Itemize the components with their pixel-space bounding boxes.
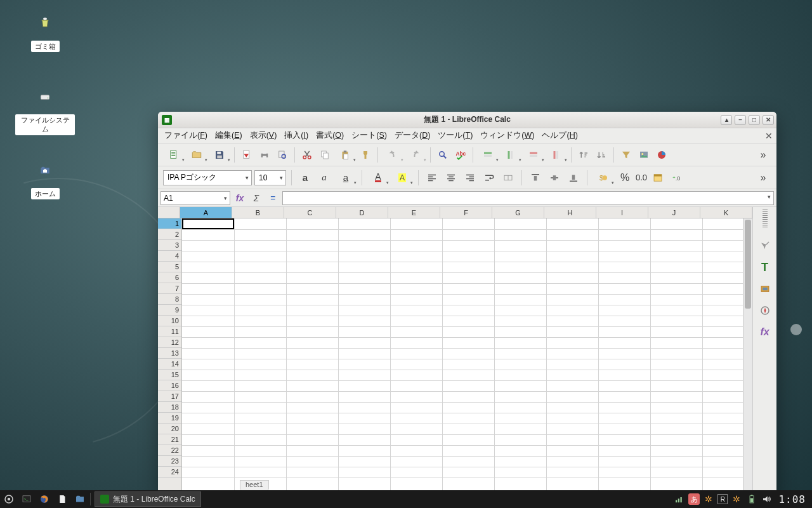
row-header[interactable]: 14 (158, 359, 181, 370)
align-center-button[interactable] (443, 170, 459, 186)
redo-button[interactable] (405, 147, 426, 163)
open-button[interactable] (186, 147, 207, 163)
gallery-icon[interactable] (758, 282, 772, 296)
toolbar2-overflow-button[interactable]: » (755, 170, 771, 186)
network-icon[interactable] (673, 493, 686, 505)
equals-button[interactable]: = (266, 191, 280, 205)
maximize-button[interactable]: □ (749, 115, 760, 125)
menu-view[interactable]: 表示(V) (250, 130, 277, 141)
row-header[interactable]: 23 (158, 456, 181, 467)
row-header[interactable]: 21 (158, 434, 181, 445)
name-box[interactable]: A1 (160, 191, 230, 205)
currency-button[interactable]: $ (593, 170, 614, 186)
merge-cells-button[interactable] (500, 170, 516, 186)
chart-button[interactable] (653, 147, 670, 163)
properties-icon[interactable] (758, 239, 772, 253)
font-name-combo[interactable]: IPA Pゴシック (163, 170, 252, 185)
firefox-launcher[interactable] (36, 490, 53, 508)
row-header[interactable]: 16 (158, 380, 181, 391)
sort-asc-button[interactable] (575, 147, 592, 163)
settings-tray-icon-2[interactable]: ✲ (730, 493, 743, 505)
insert-row-button[interactable] (477, 147, 499, 163)
column-header[interactable]: D (336, 207, 388, 218)
column-header[interactable]: C (284, 207, 336, 218)
minimize-button[interactable]: – (735, 115, 746, 125)
menu-tools[interactable]: ツール(T) (438, 130, 473, 141)
styles-icon[interactable]: T (758, 260, 772, 274)
titlebar[interactable]: ▦ 無題 1 - LibreOffice Calc ▴ – □ ✕ (158, 112, 776, 128)
row-header[interactable]: 11 (158, 326, 181, 337)
delete-row-button[interactable] (523, 147, 544, 163)
sidebar-handle[interactable] (763, 210, 768, 229)
column-header[interactable]: A (180, 207, 232, 218)
app-menu-button[interactable] (0, 490, 18, 508)
menu-window[interactable]: ウィンドウ(W) (480, 130, 534, 141)
function-wizard-button[interactable]: fx (233, 191, 247, 205)
menu-help[interactable]: ヘルプ(H) (542, 130, 577, 141)
undo-button[interactable] (382, 147, 403, 163)
row-header[interactable]: 13 (158, 348, 181, 359)
taskbar-task-calc[interactable]: 無題 1 - LibreOffice Calc (95, 491, 201, 507)
paste-button[interactable] (334, 147, 356, 163)
add-decimal-button[interactable]: +.0 (669, 170, 685, 186)
insert-column-button[interactable] (500, 147, 521, 163)
column-header[interactable]: F (440, 207, 492, 218)
battery-icon[interactable] (745, 493, 758, 505)
menu-format[interactable]: 書式(O) (316, 130, 344, 141)
close-document-button[interactable]: ✕ (765, 131, 773, 141)
close-button[interactable]: ✕ (763, 115, 774, 125)
column-header[interactable]: E (388, 207, 440, 218)
column-header[interactable]: G (492, 207, 544, 218)
wrap-text-button[interactable] (481, 170, 497, 186)
row-header[interactable]: 3 (158, 240, 181, 251)
functions-icon[interactable]: fx (758, 325, 772, 339)
export-pdf-button[interactable] (239, 147, 255, 163)
print-button[interactable] (256, 147, 273, 163)
align-left-button[interactable] (424, 170, 440, 186)
highlight-color-button[interactable]: A (391, 170, 413, 186)
menu-sheet[interactable]: シート(S) (351, 130, 387, 141)
ime-icon[interactable]: あ (688, 493, 700, 505)
row-header[interactable]: 20 (158, 424, 181, 434)
spellcheck-button[interactable]: Abc (452, 147, 469, 163)
font-size-combo[interactable]: 10 (254, 170, 286, 185)
italic-button[interactable]: a (316, 170, 332, 186)
sheet-tab[interactable]: heet1 (240, 480, 269, 490)
row-header[interactable]: 9 (158, 305, 181, 316)
file-manager-launcher[interactable] (71, 490, 89, 508)
row-header[interactable]: 22 (158, 445, 181, 456)
align-top-button[interactable] (527, 170, 544, 186)
row-header[interactable]: 18 (158, 402, 181, 413)
row-header[interactable]: 6 (158, 272, 181, 283)
menu-data[interactable]: データ(D) (395, 130, 430, 141)
row-header[interactable]: 7 (158, 283, 181, 294)
row-header[interactable]: 1 (158, 218, 181, 229)
row-header[interactable]: 19 (158, 413, 181, 424)
files-launcher[interactable] (53, 490, 71, 508)
find-replace-button[interactable] (435, 147, 451, 163)
menu-insert[interactable]: 挿入(I) (284, 130, 308, 141)
underline-button[interactable]: a (335, 170, 357, 186)
terminal-launcher[interactable]: >_ (18, 490, 36, 508)
align-right-button[interactable] (462, 170, 478, 186)
desktop-home[interactable]: ホーム (15, 155, 75, 199)
bold-button[interactable]: a (297, 170, 313, 186)
percent-button[interactable]: % (617, 170, 633, 186)
copy-button[interactable] (317, 147, 333, 163)
row-header[interactable]: 15 (158, 370, 181, 380)
settings-tray-icon[interactable]: ✲ (702, 493, 715, 505)
navigator-icon[interactable] (758, 304, 772, 318)
row-header[interactable]: 17 (158, 391, 181, 402)
column-header[interactable]: K (700, 207, 752, 218)
column-header[interactable]: I (596, 207, 648, 218)
toolbar-overflow-button[interactable]: » (755, 147, 771, 163)
sort-desc-button[interactable] (593, 147, 610, 163)
select-all-corner[interactable] (158, 207, 180, 218)
print-preview-button[interactable] (274, 147, 291, 163)
date-button[interactable] (650, 170, 666, 186)
image-button[interactable] (636, 147, 652, 163)
clone-formatting-button[interactable] (357, 147, 374, 163)
ime-mode-icon[interactable]: R (717, 494, 728, 504)
autofilter-button[interactable] (618, 147, 634, 163)
save-button[interactable] (209, 147, 230, 163)
